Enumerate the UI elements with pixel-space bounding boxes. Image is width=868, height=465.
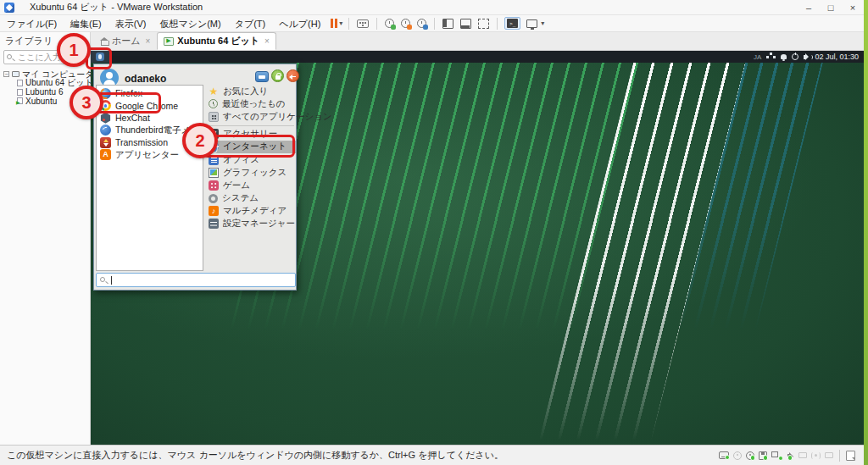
category-games[interactable]: ゲーム: [206, 179, 296, 191]
console-icon: >_: [507, 19, 518, 28]
annotation-step-2: 2: [182, 123, 218, 158]
whisker-search-input[interactable]: [96, 273, 296, 287]
tab-home-label: ホーム: [112, 35, 141, 47]
display-dropdown-caret-icon[interactable]: ▾: [541, 19, 544, 27]
vm-file-icon: [17, 89, 23, 96]
category-recent[interactable]: 最近使ったもの: [206, 97, 296, 110]
menu-tabs[interactable]: タブ(T): [228, 15, 273, 32]
vm-running-icon: [17, 97, 23, 104]
system-icon: [209, 194, 218, 203]
minimize-button[interactable]: –: [798, 0, 820, 15]
category-system[interactable]: システム: [206, 192, 296, 205]
category-list: ★ お気に入り 最近使ったもの すべてのアプリケーション アクセサリー: [206, 85, 296, 230]
panel-clock[interactable]: 02 Jul, 01:30: [815, 53, 859, 61]
screen: Xubuntu 64 ビット - VMware Workstation – □ …: [0, 0, 868, 465]
appcenter-icon: A: [100, 149, 111, 160]
tree-node-label: Xubuntu: [25, 97, 57, 106]
menubar: ファイル(F) 編集(E) 表示(V) 仮想マシン(M) タブ(T) ヘルプ(H…: [0, 15, 864, 32]
pause-dropdown-caret-icon[interactable]: ▾: [339, 19, 342, 27]
fullscreen-button[interactable]: [478, 19, 489, 29]
annotation-step-1: 1: [57, 33, 91, 67]
window-title: Xubuntu 64 ビット - VMware Workstation: [30, 1, 203, 14]
username: odaneko: [125, 73, 166, 85]
close-tab-icon[interactable]: ×: [146, 36, 151, 46]
logout-button[interactable]: [287, 69, 299, 82]
category-separator: [208, 125, 294, 126]
statusbar: この仮想マシンに直接入力するには、マウス カーソルをウィンドウの内側に移動するか…: [0, 445, 864, 465]
sound-icon[interactable]: [787, 454, 791, 459]
close-button[interactable]: ×: [842, 0, 864, 15]
favorites-icon: ★: [209, 86, 219, 97]
maximize-button[interactable]: □: [820, 0, 842, 15]
transmission-icon: [100, 137, 111, 148]
multimedia-icon: ♪: [209, 206, 219, 216]
tree-node-label: Lubuntu 6: [25, 87, 64, 97]
vm-screen: JA 02 Jul, 01:30 odaneko Fire: [91, 51, 864, 445]
power-manager-icon[interactable]: [792, 53, 798, 60]
device-status-icons: [719, 450, 864, 462]
notifications-icon[interactable]: [781, 54, 787, 59]
volume-icon[interactable]: [804, 55, 806, 59]
hard-disk-icon[interactable]: [719, 451, 729, 459]
tabbar: ホーム × Xubuntu 64 ビット ×: [91, 32, 864, 51]
show-library-button[interactable]: [442, 19, 453, 29]
menu-file[interactable]: ファイル(F): [0, 15, 64, 32]
vm-file-icon: [17, 80, 23, 86]
category-multimedia[interactable]: ♪ マルチメディア: [206, 205, 296, 218]
show-thumbnail-bar-button[interactable]: [460, 19, 471, 29]
display-icon[interactable]: [825, 452, 833, 458]
all-applications-icon: [209, 112, 219, 122]
menu-vm[interactable]: 仮想マシン(M): [153, 15, 227, 32]
category-all-applications[interactable]: すべてのアプリケーション: [206, 110, 296, 123]
category-settings-manager[interactable]: 設定マネージャー: [206, 218, 296, 230]
manage-snapshots-button[interactable]: [417, 19, 426, 28]
take-snapshot-button[interactable]: [385, 19, 394, 28]
search-icon: [100, 277, 105, 282]
vmware-logo-icon: [4, 3, 14, 13]
close-tab-icon[interactable]: ×: [264, 36, 270, 46]
recent-icon: [209, 99, 218, 108]
search-icon: [7, 54, 12, 59]
app-hexchat[interactable]: HexChat: [97, 112, 203, 125]
send-ctrl-alt-del-button[interactable]: [357, 19, 369, 28]
input-method-indicator[interactable]: JA: [754, 53, 761, 61]
lock-screen-button[interactable]: [271, 69, 284, 82]
tab-xubuntu-label: Xubuntu 64 ビット: [177, 35, 259, 47]
graphics-icon: [209, 168, 219, 178]
menu-view[interactable]: 表示(V): [108, 15, 153, 32]
games-icon: [209, 180, 219, 191]
statusbar-message: この仮想マシンに直接入力するには、マウス カーソルをウィンドウの内側に移動するか…: [7, 449, 504, 462]
category-graphics[interactable]: グラフィックス: [206, 166, 296, 179]
network-icon[interactable]: [770, 53, 772, 55]
usb-device-icon[interactable]: [798, 452, 807, 458]
menu-help[interactable]: ヘルプ(H): [272, 15, 327, 32]
cd-rom-2-icon[interactable]: [746, 451, 754, 460]
menu-edit[interactable]: 編集(E): [64, 15, 108, 32]
collapse-icon[interactable]: −: [3, 71, 9, 77]
pause-button[interactable]: [331, 19, 333, 28]
system-tray: JA 02 Jul, 01:30: [754, 53, 864, 61]
computer-icon: [12, 71, 19, 77]
vm-tab-icon: [164, 37, 174, 46]
settings-manager-icon: [209, 219, 219, 229]
hexchat-icon: [100, 113, 111, 124]
user-settings-button[interactable]: [255, 71, 269, 82]
desktop-edge-strip: [864, 0, 868, 465]
xfce-panel: JA 02 Jul, 01:30: [91, 51, 864, 63]
thunderbird-icon: [100, 125, 111, 136]
console-view-button[interactable]: >_: [504, 17, 520, 30]
floppy-icon[interactable]: [759, 451, 767, 460]
category-favorites[interactable]: ★ お気に入り: [206, 85, 296, 97]
message-log-icon[interactable]: [846, 451, 855, 461]
display-settings-button[interactable]: [526, 19, 537, 28]
titlebar: Xubuntu 64 ビット - VMware Workstation – □ …: [0, 0, 864, 15]
cd-rom-icon[interactable]: [733, 451, 742, 460]
window-controls: – □ ×: [798, 0, 864, 15]
revert-snapshot-button[interactable]: [401, 19, 410, 28]
signal-icon[interactable]: [815, 454, 817, 457]
network-adapter-icon[interactable]: [771, 451, 782, 459]
home-icon: [100, 37, 108, 46]
tab-xubuntu[interactable]: Xubuntu 64 ビット ×: [157, 32, 276, 50]
annotation-step-3: 3: [70, 86, 103, 119]
